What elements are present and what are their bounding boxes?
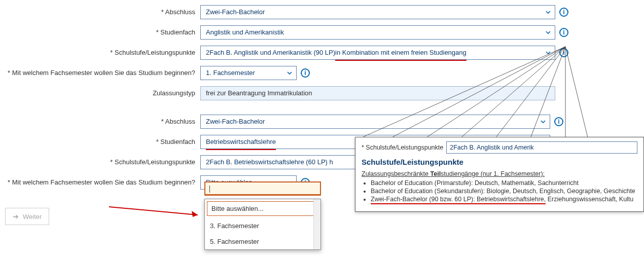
text-cursor: [209, 186, 210, 193]
dropdown-option-3fs[interactable]: 3. Fachsemester: [205, 218, 320, 234]
row-studienfach-1: * Studienfach Anglistik und Amerikanisti…: [0, 25, 644, 40]
select-schulstufe-2-value: 2Fach B. Betriebswirtschaftslehre (60 LP…: [206, 158, 333, 166]
select-fachsemester-1[interactable]: 1. Fachsemester: [200, 66, 297, 80]
popup-bullet-3: Zwei-Fach-Bachelor (90 bzw. 60 LP): Betr…: [371, 196, 637, 204]
label-abschluss-2: * Abschluss: [0, 118, 200, 126]
row-schulstufe-1: * Schulstufe/Leistungspunkte 2Fach B. An…: [0, 46, 644, 60]
select-schulstufe-1[interactable]: 2Fach B. Anglistik und Amerikanistik (90…: [200, 46, 555, 60]
chevron-down-icon: [287, 70, 292, 76]
readonly-zulassungstyp: frei zur Beantragung Immatrikulation: [200, 86, 555, 100]
label-zulassungstyp: Zulassungstyp: [0, 89, 200, 98]
svg-marker-1: [192, 211, 198, 217]
row-fachsemester-1: * Mit welchem Fachsemester wollen Sie da…: [0, 66, 644, 80]
popup-bullet-2: Bachelor of Education (Sekundarstufen): …: [371, 188, 637, 195]
arrow-right-icon: ➔: [13, 212, 19, 221]
select-schulstufe-1-value-pre: 2Fach B. Anglistik und Amerikanistik (90…: [206, 49, 335, 56]
select-studienfach-1[interactable]: Anglistik und Amerikanistik: [200, 25, 555, 40]
label-studienfach-2: * Studienfach: [0, 138, 200, 146]
row-zulassungstyp: Zulassungstyp frei zur Beantragung Immat…: [0, 86, 644, 100]
info-icon[interactable]: i: [559, 48, 568, 57]
chevron-down-icon: [541, 119, 546, 124]
info-icon[interactable]: i: [559, 28, 568, 37]
select-schulstufe-1-value-mark: in Kombination mit einem freien Studieng…: [335, 46, 467, 61]
chevron-down-icon: [546, 50, 551, 55]
select-studienfach-1-value: Anglistik und Amerikanistik: [206, 28, 284, 36]
select-fachsemester-1-value: 1. Fachsemester: [206, 69, 255, 77]
form-block-1: * Abschluss Zwei-Fach-Bachelor i * Studi…: [0, 0, 644, 100]
popup-top-row: * Schulstufe/Leistungspunkte 2Fach B. An…: [362, 141, 637, 154]
scrollbar[interactable]: [313, 199, 320, 249]
label-schulstufe-1: * Schulstufe/Leistungspunkte: [0, 49, 200, 57]
popup-subhead-post: studiengänge (nur 1. Fachsemester):: [441, 170, 545, 177]
select-abschluss-2-value: Zwei-Fach-Bachelor: [206, 118, 265, 125]
label-abschluss-1: * Abschluss: [0, 8, 200, 17]
row-abschluss-1: * Abschluss Zwei-Fach-Bachelor i: [0, 5, 644, 19]
next-button[interactable]: ➔ Weiter: [5, 208, 49, 225]
dropdown-option-placeholder[interactable]: Bitte auswählen...: [207, 201, 318, 216]
select-abschluss-1[interactable]: Zwei-Fach-Bachelor: [200, 5, 555, 19]
dropdown-search-box[interactable]: [204, 181, 321, 196]
popup-bullet-3-post: Erziehungswissenschaft, Kultu: [546, 196, 633, 203]
annotation-arrow: [106, 203, 208, 223]
chevron-down-icon: [546, 10, 551, 15]
popup-title: Schulstufe/Leistungspunkte: [362, 158, 637, 166]
info-icon[interactable]: i: [301, 68, 310, 78]
select-abschluss-2[interactable]: Zwei-Fach-Bachelor: [200, 115, 550, 129]
next-button-label: Weiter: [23, 213, 42, 221]
info-icon[interactable]: i: [559, 8, 568, 17]
dropdown-search-input[interactable]: [205, 182, 320, 195]
label-studienfach-1: * Studienfach: [0, 28, 200, 37]
popup-row-select[interactable]: 2Fach B. Anglistik und Amerik: [446, 141, 637, 154]
label-fachsemester-1: * Mit welchem Fachsemester wollen Sie da…: [0, 69, 200, 78]
svg-line-0: [109, 207, 198, 215]
info-popup: * Schulstufe/Leistungspunkte 2Fach B. An…: [355, 137, 644, 212]
select-abschluss-1-value: Zwei-Fach-Bachelor: [206, 8, 265, 16]
popup-row-label: * Schulstufe/Leistungspunkte: [362, 144, 443, 151]
info-icon[interactable]: i: [554, 117, 563, 126]
popup-bullet-3-pre: Zwei-Fach-Bachelor (90 bzw. 60 LP): Betr…: [371, 196, 546, 204]
popup-row-value: 2Fach B. Anglistik und Amerik: [450, 144, 533, 151]
popup-subhead: Zulassungsbeschränkte Teilstudiengänge (…: [362, 170, 637, 177]
label-schulstufe-2: * Schulstufe/Leistungspunkte: [0, 158, 200, 167]
dropdown-option-5fs[interactable]: 5. Fachsemester: [205, 234, 320, 249]
chevron-down-icon: [546, 30, 551, 35]
popup-subhead-pre: Zulassungsbeschränkte: [362, 170, 431, 177]
popup-list: Bachelor of Education (Primarstufe): Deu…: [371, 179, 637, 204]
popup-subhead-bold: Teil: [431, 170, 441, 177]
row-abschluss-2: * Abschluss Zwei-Fach-Bachelor i: [0, 115, 644, 129]
select-studienfach-2-value: Betriebswirtschaftslehre: [206, 135, 276, 150]
label-fachsemester-2: * Mit welchem Fachsemester wollen Sie da…: [0, 178, 200, 187]
dropdown-list: Bitte auswählen... 3. Fachsemester 5. Fa…: [204, 199, 321, 250]
popup-bullet-1: Bachelor of Education (Primarstufe): Deu…: [371, 179, 637, 187]
